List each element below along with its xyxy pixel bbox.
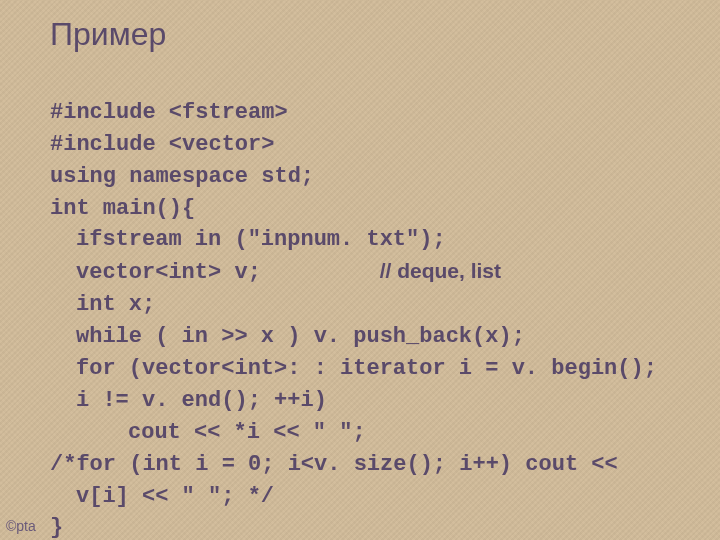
code-line: #include <vector> xyxy=(50,132,274,157)
code-line: while ( in >> x ) v. push_back(x); xyxy=(50,321,525,353)
code-line: using namespace std; xyxy=(50,164,314,189)
code-line: vector<int> v; // deque, list xyxy=(50,256,501,289)
code-line: cout << *i << " "; xyxy=(50,417,366,449)
code-line: /*for (int i = 0; i<v. size(); i++) cout… xyxy=(50,452,618,477)
code-line: } xyxy=(50,515,63,540)
copyright-footer: ©pta xyxy=(6,518,36,534)
code-line: i != v. end(); ++i) xyxy=(50,385,327,417)
code-line: int main(){ xyxy=(50,196,195,221)
code-line: #include <fstream> xyxy=(50,100,288,125)
slide-title: Пример xyxy=(50,16,670,53)
code-block: #include <fstream> #include <vector> usi… xyxy=(50,65,670,540)
code-line: v[i] << " "; */ xyxy=(50,481,274,513)
code-line: ifstream in ("inpnum. txt"); xyxy=(50,224,446,256)
code-comment: // deque, list xyxy=(380,259,501,282)
slide: Пример #include <fstream> #include <vect… xyxy=(0,0,720,540)
code-line: for (vector<int>: : iterator i = v. begi… xyxy=(50,353,657,385)
code-line: int x; xyxy=(50,289,155,321)
